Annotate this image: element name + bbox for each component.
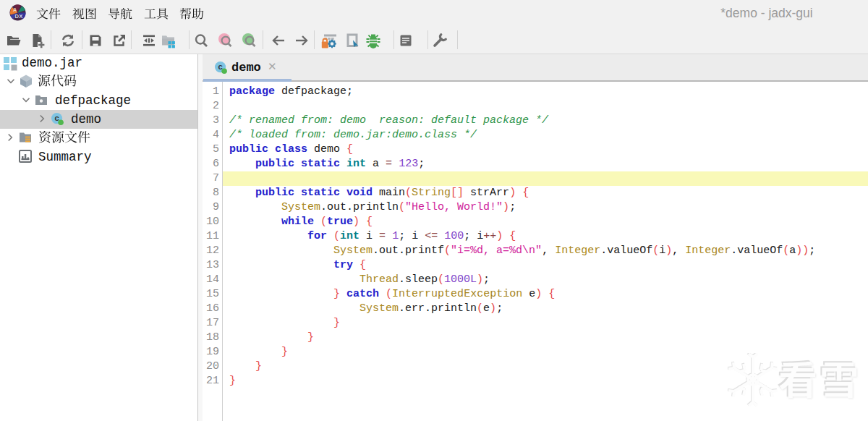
svg-text:A: A xyxy=(13,7,17,13)
svg-text:DX: DX xyxy=(15,13,24,20)
